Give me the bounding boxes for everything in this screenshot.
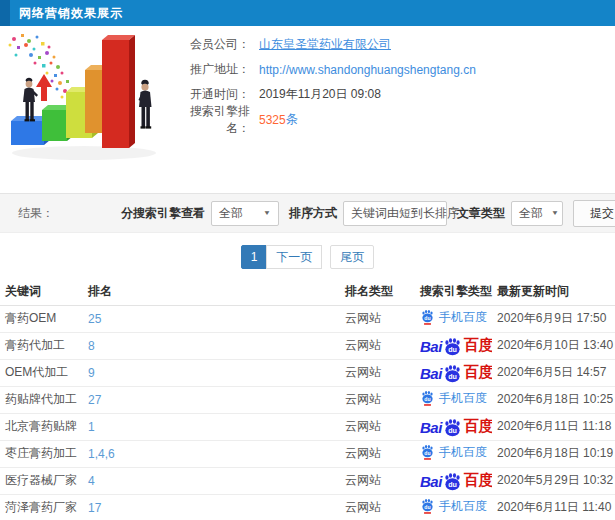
- article-type-value: 全部: [519, 205, 543, 222]
- rank-count-value: 5325: [259, 113, 286, 127]
- mobile-baidu-badge: du 手机百度: [420, 498, 487, 515]
- growth-chart-illustration: [4, 31, 179, 189]
- keyword-header: 关键词: [0, 279, 83, 305]
- baidu-logo-bai-text: Bai: [420, 473, 442, 490]
- mobile-baidu-paw-icon: du: [420, 390, 435, 406]
- table-header-row: 关键词 排名 排名类型 搜索引擎类型 最新更新时间: [0, 279, 615, 305]
- baidu-logo-bai-text: Bai: [420, 419, 442, 436]
- svg-text:du: du: [424, 396, 430, 402]
- engine-select[interactable]: 全部 ▼: [211, 201, 279, 226]
- company-row: 会员公司： 山东皇圣堂药业有限公司: [168, 32, 476, 57]
- baidu-logo-cn-text: 百度: [464, 417, 492, 436]
- engine-type-header: 搜索引擎类型: [415, 279, 492, 305]
- baidu-logo-bai-text: Bai: [420, 338, 442, 355]
- mobile-baidu-badge: du 手机百度: [420, 444, 487, 461]
- mobile-baidu-badge: du 手机百度: [420, 390, 487, 407]
- keyword-cell: 枣庄膏药加工: [0, 440, 83, 467]
- rank-link[interactable]: 25: [83, 305, 340, 332]
- table-row: 菏泽膏药厂家 17 云网站 du 手机百度 2020年6月11日 11:40: [0, 494, 615, 520]
- updated-cell: 2020年6月11日 11:40: [492, 494, 615, 520]
- chevron-down-icon: ▼: [263, 209, 271, 216]
- next-page-button[interactable]: 下一页: [266, 245, 322, 269]
- keyword-cell: 医疗器械厂家: [0, 467, 83, 494]
- svg-text:du: du: [424, 450, 430, 456]
- updated-cell: 2020年6月5日 14:57: [492, 359, 615, 386]
- member-info: 会员公司： 山东皇圣堂药业有限公司 推广地址： http://www.shand…: [168, 32, 476, 132]
- rank-link[interactable]: 4: [83, 467, 340, 494]
- baidu-paw-icon: du: [442, 337, 463, 356]
- mobile-baidu-paw-icon: du: [420, 498, 435, 514]
- mobile-baidu-label: 手机百度: [439, 444, 487, 461]
- company-link[interactable]: 山东皇圣堂药业有限公司: [259, 36, 391, 53]
- table-row: 膏药OEM 25 云网站 du 手机百度 2020年6月9日 17:50: [0, 305, 615, 332]
- svg-text:du: du: [448, 481, 457, 489]
- up-arrow-icon: [36, 74, 52, 101]
- rank-link[interactable]: 1: [83, 413, 340, 440]
- rank-link[interactable]: 1,4,6: [83, 440, 340, 467]
- last-page-button[interactable]: 尾页: [330, 245, 374, 269]
- engine-cell: du 手机百度: [415, 386, 492, 413]
- engine-cell: du 手机百度: [415, 494, 492, 520]
- sort-select[interactable]: 关键词由短到长排序 ▼: [343, 201, 447, 226]
- rank-link[interactable]: 8: [83, 332, 340, 359]
- table-row: 膏药代加工 8 云网站 Bai du 百度 2020年6月10日 13:40: [0, 332, 615, 359]
- engine-select-value: 全部: [219, 205, 243, 222]
- table-row: 枣庄膏药加工 1,4,6 云网站 du 手机百度 2020年6月18日 10:1…: [0, 440, 615, 467]
- updated-cell: 2020年6月9日 17:50: [492, 305, 615, 332]
- table-row: 药贴牌代加工 27 云网站 du 手机百度 2020年6月18日 10:25: [0, 386, 615, 413]
- rank-type-cell: 云网站: [340, 332, 415, 359]
- baidu-paw-icon: du: [442, 418, 463, 437]
- engine-filter-label: 分搜索引擎查看: [121, 205, 205, 222]
- engine-cell: Bai du 百度: [415, 359, 492, 386]
- keyword-cell: OEM代加工: [0, 359, 83, 386]
- updated-header: 最新更新时间: [492, 279, 615, 305]
- businessman-right: [139, 80, 152, 129]
- mobile-baidu-label: 手机百度: [439, 390, 487, 407]
- rank-count-unit: 条: [286, 111, 298, 128]
- mobile-baidu-paw-icon: du: [420, 309, 435, 325]
- updated-cell: 2020年6月10日 13:40: [492, 332, 615, 359]
- keyword-cell: 菏泽膏药厂家: [0, 494, 83, 520]
- baidu-logo-cn-text: 百度: [464, 363, 492, 382]
- baidu-logo-cn-text: 百度: [464, 336, 492, 355]
- baidu-logo: Bai du 百度: [420, 417, 492, 436]
- rank-header: 排名: [83, 279, 340, 305]
- chevron-down-icon: ▼: [467, 209, 475, 216]
- rank-type-cell: 云网站: [340, 413, 415, 440]
- ground-shadow: [12, 146, 156, 160]
- page-title: 网络营销效果展示: [19, 5, 123, 22]
- baidu-paw-icon: du: [442, 472, 463, 491]
- rank-type-cell: 云网站: [340, 467, 415, 494]
- article-type-label: 文章类型: [457, 205, 505, 222]
- updated-cell: 2020年6月18日 10:25: [492, 386, 615, 413]
- app-header: 网络营销效果展示: [0, 0, 615, 26]
- article-type-select[interactable]: 全部 ▼: [511, 201, 563, 226]
- rank-type-header: 排名类型: [340, 279, 415, 305]
- promo-url-label: 推广地址：: [168, 61, 250, 78]
- engine-cell: du 手机百度: [415, 305, 492, 332]
- rank-link[interactable]: 9: [83, 359, 340, 386]
- updated-cell: 2020年6月18日 10:19: [492, 440, 615, 467]
- mobile-baidu-paw-icon: du: [420, 444, 435, 460]
- baidu-logo-bai-text: Bai: [420, 365, 442, 382]
- rank-link[interactable]: 27: [83, 386, 340, 413]
- rank-type-cell: 云网站: [340, 440, 415, 467]
- rank-count-label: 搜索引擎排名：: [168, 103, 250, 137]
- bar-chart-image: [4, 31, 179, 189]
- promo-url-link[interactable]: http://www.shandonghuangshengtang.cn: [259, 63, 476, 77]
- mobile-baidu-badge: du 手机百度: [420, 309, 487, 326]
- keyword-cell: 药贴牌代加工: [0, 386, 83, 413]
- filter-controls: 分搜索引擎查看 全部 ▼ 排序方式 关键词由短到长排序 ▼ 文章类型 全部 ▼ …: [111, 200, 615, 227]
- baidu-logo: Bai du 百度: [420, 336, 492, 355]
- chevron-down-icon: ▼: [551, 209, 559, 216]
- rank-count-row: 搜索引擎排名： 5325 条: [168, 107, 476, 132]
- baidu-logo-cn-text: 百度: [464, 471, 492, 490]
- svg-text:du: du: [448, 373, 457, 381]
- svg-text:du: du: [424, 315, 430, 321]
- rank-link[interactable]: 17: [83, 494, 340, 520]
- keyword-cell: 北京膏药贴牌: [0, 413, 83, 440]
- page-1-button[interactable]: 1: [241, 245, 268, 269]
- submit-button[interactable]: 提交: [573, 200, 615, 227]
- open-time-value: 2019年11月20日 09:08: [259, 86, 381, 103]
- header-accent: [0, 0, 10, 26]
